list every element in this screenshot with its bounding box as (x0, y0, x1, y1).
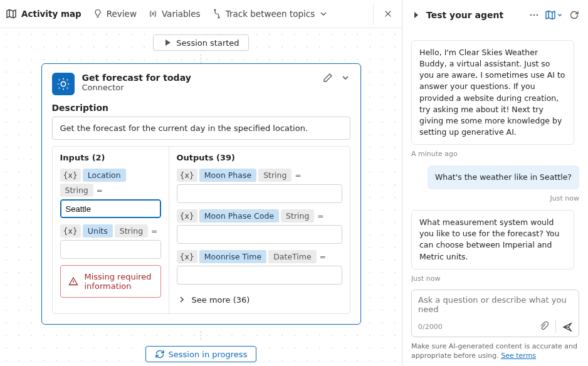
user-message-1: What's the weather like in Seattle? (428, 165, 579, 189)
map-toggle[interactable] (545, 10, 563, 20)
outputs-heading: Outputs (39) (177, 153, 342, 162)
chevron-right-icon (177, 295, 187, 305)
input-units-field[interactable] (60, 240, 161, 259)
chevron-down-icon[interactable] (340, 73, 350, 83)
output-moonphase-label: Moon Phase (199, 169, 256, 182)
weather-icon (52, 73, 75, 95)
track-button[interactable]: Track between topics (212, 9, 329, 19)
connector-card: Get forecast for today Connector Descrip… (41, 63, 361, 325)
output-moonphasecode-type: String (281, 209, 314, 222)
reload-icon[interactable] (569, 10, 579, 20)
variable-icon: {x} (60, 169, 81, 182)
card-title: Get forecast for today (82, 73, 191, 83)
svg-point-5 (537, 14, 538, 16)
inputs-heading: Inputs (2) (60, 153, 161, 162)
timestamp-1: A minute ago (411, 150, 579, 158)
session-started-pill: Session started (153, 34, 248, 51)
see-terms-link[interactable]: See terms (501, 352, 536, 360)
caret-right-icon[interactable] (411, 10, 421, 20)
activity-map-title: Activity map (6, 9, 81, 19)
output-moonrise-label: Moonrise Time (199, 250, 266, 263)
track-icon (212, 9, 222, 19)
outputs-column: Outputs (39) {x} Moon Phase String = {x}… (169, 147, 350, 313)
inputs-column: Inputs (2) {x} Location String = {x} Uni… (53, 147, 169, 313)
variables-label: Variables (162, 9, 201, 19)
test-panel-title: Test your agent (426, 10, 503, 20)
more-icon[interactable] (529, 10, 539, 20)
bot-message-1: Hello, I'm Clear Skies Weather Buddy, a … (411, 40, 574, 145)
output-moonrise-field[interactable] (177, 266, 342, 285)
see-more-label: See more (36) (192, 295, 250, 305)
description-heading: Description (52, 103, 350, 113)
footer-note: Make sure AI-generated content is accura… (411, 342, 579, 361)
send-icon[interactable] (562, 322, 572, 332)
test-panel-header: Test your agent (411, 6, 579, 24)
output-moonphase-type: String (258, 169, 291, 182)
input-units-row: {x} Units String = (60, 224, 161, 238)
refresh-icon (155, 349, 165, 359)
variable-icon: {x} (177, 209, 197, 222)
review-button[interactable]: Review (93, 9, 137, 19)
chat-input[interactable] (418, 295, 572, 318)
session-progress-label: Session in progress (169, 350, 248, 359)
edit-icon[interactable] (323, 73, 333, 83)
review-label: Review (107, 9, 137, 19)
bot-message-2: What measurement system would you like t… (411, 210, 574, 269)
see-more-outputs[interactable]: See more (36) (177, 295, 342, 305)
svg-point-4 (533, 14, 535, 16)
input-units-type: String (115, 224, 148, 238)
timestamp-3: Just now (411, 274, 579, 283)
output-moonphase-field[interactable] (177, 184, 342, 203)
chat-composer: 0/2000 (411, 290, 579, 337)
chat-area: Hello, I'm Clear Skies Weather Buddy, a … (411, 30, 579, 285)
track-label: Track between topics (226, 9, 315, 19)
missing-info-alert: Missing required information (60, 265, 161, 298)
footer-text: Make sure AI-generated content is accura… (411, 342, 577, 360)
svg-point-2 (61, 82, 65, 86)
variable-icon: {x} (177, 250, 197, 263)
session-in-progress-pill: Session in progress (145, 346, 257, 362)
variable-icon: {x} (60, 224, 81, 238)
warning-icon (68, 276, 78, 286)
input-location-row: {x} Location String = (60, 169, 161, 197)
variable-icon: {x} (177, 169, 197, 182)
variables-icon (148, 9, 158, 19)
attach-icon[interactable] (539, 322, 549, 332)
output-moonphasecode-label: Moon Phase Code (199, 209, 279, 222)
chevron-down-icon (318, 9, 328, 19)
card-subtitle: Connector (82, 83, 191, 92)
description-box: Get the forecast for the current day in … (52, 117, 350, 140)
output-moonphase-row: {x} Moon Phase String = (177, 169, 342, 182)
topbar: Activity map Review Variables Track betw… (0, 0, 402, 28)
input-units-label: Units (83, 224, 113, 238)
input-location-label: Location (83, 169, 126, 182)
close-button[interactable] (373, 3, 396, 25)
map-icon (6, 9, 16, 19)
char-counter: 0/2000 (418, 323, 443, 331)
output-moonphasecode-field[interactable] (177, 225, 342, 244)
output-moonphasecode-row: {x} Moon Phase Code String = (177, 209, 342, 222)
topbar-title-text: Activity map (21, 9, 81, 19)
variables-button[interactable]: Variables (148, 9, 201, 19)
session-started-label: Session started (176, 38, 239, 48)
output-moonrise-row: {x} Moonrise Time DateTime = (177, 250, 342, 263)
alert-text: Missing required information (85, 272, 153, 291)
bulb-icon (93, 9, 103, 19)
play-icon (162, 38, 172, 48)
svg-point-3 (530, 14, 532, 16)
input-location-type: String (60, 184, 93, 197)
output-moonrise-type: DateTime (268, 250, 316, 263)
timestamp-2: Just now (550, 194, 579, 202)
input-location-field[interactable] (60, 199, 161, 218)
